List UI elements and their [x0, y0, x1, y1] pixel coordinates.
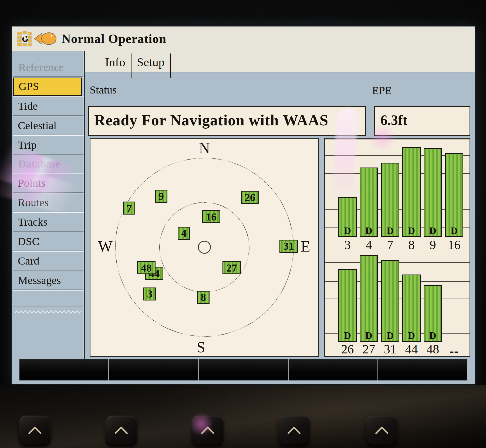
compass-north-label: N [199, 139, 210, 157]
differential-flag: D [408, 330, 415, 341]
satellite-9: 9 [155, 190, 167, 203]
sidebar-separator [13, 306, 84, 307]
sidebar-empty-row [13, 291, 84, 306]
bar-label-48: 48 [424, 342, 442, 356]
sidebar-item-routes[interactable]: Routes [13, 193, 84, 212]
differential-flag: D [365, 225, 372, 236]
satellite-27: 27 [222, 261, 241, 274]
sidebar-item-tide[interactable]: Tide [13, 97, 84, 115]
epe-label: EPE [372, 84, 392, 97]
tab-info[interactable]: Info [100, 51, 131, 70]
differential-flag: D [451, 225, 458, 236]
satellite-7: 7 [123, 202, 135, 215]
sidebar-item-card[interactable]: Card [13, 252, 84, 270]
status-label: Status [90, 83, 117, 96]
differential-flag: D [387, 225, 394, 236]
satellite-sky-view: N S W E 97261643127444838 [90, 138, 319, 357]
bar-label-9: 9 [424, 238, 442, 252]
up-chevron-icon [114, 426, 128, 440]
signal-chart-row-2-labels: 2627314448-- [325, 342, 470, 356]
tab-strip: InfoSetup [85, 51, 475, 72]
signal-chart-row-1: DDDDDD [325, 139, 470, 237]
satellite-8: 8 [197, 291, 210, 304]
empty-slot-label: -- [445, 343, 463, 358]
epe-value: 6.3ft [375, 107, 470, 134]
fish-icon [33, 31, 57, 46]
bar-label-4: 4 [360, 238, 378, 252]
up-chevron-icon [287, 426, 301, 440]
status-value: Ready For Navigation with WAAS [89, 107, 365, 134]
softkey-slot-5 [378, 359, 467, 380]
signal-bar-31: D [381, 260, 399, 342]
bar-label-16: 16 [445, 238, 463, 252]
bar-label-44: 44 [402, 342, 421, 356]
softkey-slot-2 [109, 359, 199, 380]
satellite-16: 16 [202, 210, 220, 223]
bar-label-3: 3 [338, 238, 357, 252]
signal-bar-7: D [381, 163, 399, 237]
up-chevron-icon [28, 426, 42, 440]
signal-bar-27: D [360, 255, 378, 342]
signal-chart-row-2: DDDDD [325, 253, 470, 342]
signal-bar-8: D [402, 147, 421, 237]
softkey-slot-3 [199, 359, 288, 380]
satellite-4: 4 [178, 227, 190, 240]
sidebar-item-dsc[interactable]: DSC [13, 232, 84, 250]
differential-flag: D [344, 330, 351, 341]
bar-label-26: 26 [338, 342, 357, 356]
sidebar-divider [84, 51, 85, 359]
up-chevron-icon [201, 426, 215, 440]
compass-west-label: W [98, 238, 113, 255]
softkey-slot-1 [19, 359, 109, 380]
sidebar-item-messages[interactable]: Messages [13, 271, 84, 289]
tab-separator [170, 54, 171, 78]
title-bar: Normal Operation [12, 26, 475, 51]
sidebar-section-database: Database [13, 155, 84, 173]
device-screen: Normal Operation ReferenceGPSTideCelesti… [12, 26, 475, 384]
differential-flag: D [429, 225, 436, 236]
signal-strength-panel: DDDDDD 3478916 DDDDD 2627314448-- [324, 138, 470, 357]
compass-east-label: E [301, 238, 310, 255]
signal-bar-4: D [360, 168, 378, 237]
sidebar-item-points[interactable]: Points [13, 174, 84, 192]
bezel-button-5[interactable] [366, 416, 398, 446]
bar-label-31: 31 [381, 342, 399, 356]
sidebar-item-trip[interactable]: Trip [13, 136, 84, 154]
bezel-button-3[interactable] [192, 416, 224, 446]
satellite-26: 26 [241, 191, 259, 204]
differential-flag: D [429, 330, 436, 341]
pixel-blocks-icon [17, 30, 33, 47]
signal-bar-9: D [424, 148, 442, 237]
signal-bar-48: D [424, 285, 442, 342]
compass-south-label: S [197, 338, 205, 356]
signal-bar-16: D [445, 153, 463, 237]
bezel-button-1[interactable] [19, 416, 51, 446]
bar-label-27: 27 [360, 342, 378, 356]
differential-flag: D [387, 330, 394, 341]
epe-value-box: 6.3ft [374, 106, 470, 136]
sky-center-marker [198, 241, 211, 254]
softkey-strip [19, 359, 467, 380]
signal-bar-26: D [338, 269, 357, 342]
bar-label-8: 8 [402, 238, 421, 252]
bezel-button-4[interactable] [278, 416, 310, 446]
device-bezel [0, 385, 486, 448]
sidebar: ReferenceGPSTideCelestialTripDatabasePoi… [13, 52, 84, 314]
status-value-box: Ready For Navigation with WAAS [88, 106, 366, 136]
gridline [325, 139, 470, 139]
tab-setup[interactable]: Setup [131, 51, 170, 70]
satellite-3: 3 [143, 287, 156, 300]
up-chevron-icon [375, 426, 389, 440]
sidebar-item-tracks[interactable]: Tracks [13, 213, 84, 231]
sidebar-item-celestial[interactable]: Celestial [13, 116, 84, 135]
signal-bar-3: D [338, 197, 357, 237]
sidebar-section-reference: Reference [13, 59, 84, 76]
signal-chart-row-1-labels: 3478916 [325, 238, 470, 253]
softkey-slot-4 [289, 359, 378, 380]
bezel-button-2[interactable] [105, 416, 137, 446]
differential-flag: D [344, 225, 351, 236]
satellite-31: 31 [279, 240, 298, 253]
bar-label-7: 7 [381, 238, 399, 252]
differential-flag: D [408, 225, 415, 236]
sidebar-item-gps[interactable]: GPS [13, 78, 82, 96]
